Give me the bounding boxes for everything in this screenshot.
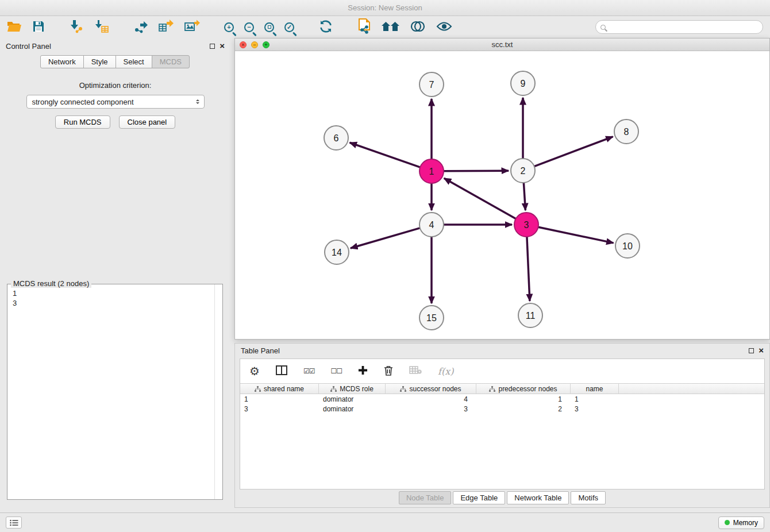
add-row-button[interactable] [358,363,368,380]
minimize-window-icon[interactable]: − [251,41,258,48]
graph-edge-3-11[interactable] [527,237,530,301]
cell-name[interactable]: 1 [571,394,619,404]
window-titlebar[interactable]: Session: New Session [0,0,770,16]
split-columns-icon [276,365,287,377]
graph-edge-1-2[interactable] [444,171,509,171]
export-table-button[interactable] [159,18,174,36]
table-row[interactable]: 1 dominator 4 1 1 [240,394,764,404]
graph-node-3[interactable]: 3 [514,213,538,237]
column-header-filler [619,383,764,394]
result-scrollbar[interactable] [214,284,222,499]
column-header-mcds-role[interactable]: MCDS role [319,383,386,394]
column-tree-icon [330,386,337,392]
tab-edge-table[interactable]: Edge Table [453,491,505,504]
save-session-icon [32,20,45,34]
network-window-titlebar[interactable]: × − + scc.txt [235,38,769,51]
search-icon [600,25,606,30]
network-canvas[interactable]: 7968124314101511 [235,51,769,339]
tab-mcds[interactable]: MCDS [152,55,190,68]
float-table-panel-icon[interactable] [749,348,754,353]
float-panel-icon[interactable] [210,44,215,49]
run-mcds-button[interactable]: Run MCDS [55,115,110,129]
column-header-name[interactable]: name [571,383,619,394]
tab-node-table[interactable]: Node Table [399,491,452,504]
cell-successor-nodes[interactable]: 4 [386,394,476,404]
graph-edge-4-14[interactable] [351,228,420,248]
deselect-all-button[interactable]: ☐☐ [330,363,342,380]
graph-node-14[interactable]: 14 [325,240,349,264]
close-window-icon[interactable]: × [240,41,247,48]
criterion-dropdown[interactable]: strongly connected component [26,95,205,109]
maximize-window-icon[interactable]: + [263,41,270,48]
graph-edge-1-6[interactable] [350,142,421,167]
close-panel-button[interactable]: Close panel [119,115,176,129]
open-session-button[interactable] [7,18,22,36]
cell-mcds-role[interactable]: dominator [319,404,386,414]
cell-predecessor-nodes[interactable]: 2 [476,404,571,414]
close-panel-icon[interactable]: × [220,43,225,49]
zoom-out-button[interactable]: − [244,18,254,36]
graph-node-15[interactable]: 15 [419,306,444,330]
tab-network-table[interactable]: Network Table [507,491,569,504]
graph-node-8[interactable]: 8 [614,119,638,144]
column-tree-icon [255,386,261,392]
column-header-shared-name[interactable]: shared name [240,383,319,394]
tab-motifs[interactable]: Motifs [571,491,606,504]
cell-shared-name[interactable]: 1 [240,394,319,404]
cell-successor-nodes[interactable]: 3 [386,404,476,414]
table-settings-button[interactable]: ⚙ [249,363,260,380]
graph-node-6[interactable]: 6 [324,126,348,150]
table-row[interactable]: 3 dominator 3 2 3 [240,404,764,414]
close-table-panel-icon[interactable]: × [759,347,764,354]
zoom-selected-button[interactable]: ✓ [284,18,294,36]
first-neighbors-icon [382,21,399,34]
cell-name[interactable]: 3 [571,404,619,414]
delete-column-button[interactable] [409,363,422,380]
first-neighbors-button[interactable] [382,18,399,36]
cell-mcds-role[interactable]: dominator [319,394,386,404]
task-history-button[interactable] [6,516,22,529]
export-network-button[interactable] [133,18,148,36]
svg-text:7: 7 [429,80,434,90]
memory-button[interactable]: Memory [718,516,764,529]
graph-edge-2-8[interactable] [534,137,613,167]
tab-select[interactable]: Select [116,55,152,68]
show-hide-button[interactable] [436,18,452,36]
network-from-selection-button[interactable] [357,18,371,36]
export-image-button[interactable] [184,18,200,36]
zoom-out-icon: − [244,22,254,32]
save-session-button[interactable] [32,18,45,36]
search-box[interactable] [595,20,763,34]
graph-node-1[interactable]: 1 [419,159,444,183]
graph-edge-3-1[interactable] [444,178,516,218]
graph-edge-3-10[interactable] [538,227,614,243]
tab-network[interactable]: Network [40,55,84,68]
zoom-in-button[interactable]: + [224,18,234,36]
cell-shared-name[interactable]: 3 [240,404,319,414]
table-toolbar: ⚙ ☑☑ ☐☐ f(x) [240,359,764,383]
graph-node-4[interactable]: 4 [419,213,444,237]
graph-node-10[interactable]: 10 [615,234,640,258]
zoom-fit-button[interactable] [264,18,274,36]
column-header-predecessor-nodes[interactable]: predecessor nodes [476,383,571,394]
graph-node-11[interactable]: 11 [518,303,542,327]
tab-style[interactable]: Style [83,55,116,68]
svg-text:6: 6 [334,133,339,143]
graph-node-7[interactable]: 7 [419,72,444,97]
svg-text:14: 14 [332,248,342,257]
search-input[interactable] [609,23,758,31]
node-table: shared name MCDS role successor nodes pr… [240,383,764,414]
import-network-button[interactable] [69,18,84,36]
column-header-successor-nodes[interactable]: successor nodes [386,383,476,394]
split-columns-button[interactable] [276,363,287,380]
delete-row-button[interactable] [384,363,393,380]
apply-layout-button[interactable] [318,18,333,36]
cell-predecessor-nodes[interactable]: 1 [476,394,571,404]
venn-diagram-button[interactable] [410,18,426,36]
graph-node-9[interactable]: 9 [511,71,535,95]
select-all-button[interactable]: ☑☑ [303,363,315,380]
graph-edge-2-3[interactable] [523,183,525,210]
graph-node-2[interactable]: 2 [511,159,535,183]
function-builder-button[interactable]: f(x) [438,363,453,380]
import-table-button[interactable] [94,18,109,36]
